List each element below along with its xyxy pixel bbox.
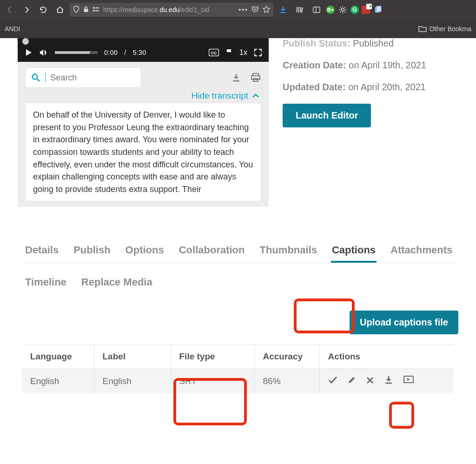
- svg-point-12: [33, 74, 38, 80]
- cell-language: English: [22, 369, 94, 394]
- svg-text:CC: CC: [211, 51, 217, 55]
- col-accuracy: Accuracy: [254, 345, 319, 369]
- extension-b-icon[interactable]: B+: [326, 6, 335, 14]
- action-delete-icon[interactable]: [366, 376, 374, 386]
- edit-tabs: Details Publish Options Collaboration Th…: [24, 241, 458, 295]
- forward-button[interactable]: [20, 3, 33, 17]
- col-label: Label: [94, 345, 171, 369]
- tab-timeline[interactable]: Timeline: [24, 270, 67, 295]
- action-download-icon[interactable]: [384, 375, 393, 387]
- launch-editor-button[interactable]: Launch Editor: [283, 104, 371, 127]
- video-card: 0:00 / 5:30 CC 1x: [18, 38, 269, 207]
- svg-line-13: [37, 79, 40, 81]
- volume-slider[interactable]: [55, 51, 98, 54]
- upload-captions-button[interactable]: Upload captions file: [350, 311, 458, 334]
- col-filetype: File type: [171, 345, 254, 369]
- svg-rect-0: [84, 9, 88, 12]
- col-actions: Actions: [319, 345, 453, 369]
- transcript-text: On behalf of the University of Denver, I…: [25, 103, 261, 201]
- extension-ublock-icon[interactable]: 4: [362, 6, 370, 14]
- publish-status-row: Publish Status: Published: [283, 38, 476, 49]
- transcript-search[interactable]: [25, 67, 141, 88]
- page-content: 0:00 / 5:30 CC 1x: [0, 38, 476, 393]
- pocket-icon[interactable]: [251, 6, 259, 14]
- address-bar[interactable]: https://mediaspace.du.edu/edit/1_cid •••: [70, 3, 273, 17]
- fullscreen-icon[interactable]: [254, 48, 262, 57]
- bookmark-star-icon[interactable]: [262, 6, 271, 14]
- back-button[interactable]: [3, 3, 17, 17]
- svg-rect-2: [95, 7, 99, 8]
- tab-thumbnails[interactable]: Thumbnails: [259, 241, 318, 263]
- annotation-box-captions: [294, 298, 355, 333]
- svg-point-1: [93, 7, 95, 9]
- video-player[interactable]: 0:00 / 5:30 CC 1x: [18, 38, 269, 62]
- action-edit-icon[interactable]: [348, 376, 356, 386]
- home-button[interactable]: [53, 3, 67, 17]
- extension-clipboard-icon[interactable]: [373, 5, 383, 15]
- updated-date-row: Updated Date: on April 20th, 2021: [283, 82, 476, 93]
- tab-options[interactable]: Options: [125, 241, 165, 263]
- video-controls: 0:00 / 5:30 CC 1x: [18, 43, 269, 62]
- tab-attachments[interactable]: Attachments: [390, 241, 453, 263]
- creation-date-row: Creation Date: on April 19th, 2021: [283, 60, 476, 71]
- cell-label: English: [94, 369, 171, 394]
- extension-gear-icon[interactable]: [337, 5, 348, 15]
- bookmark-item-andi[interactable]: ANDI: [5, 25, 20, 33]
- cc-icon[interactable]: CC: [209, 49, 219, 56]
- time-current: 0:00: [104, 49, 118, 56]
- tab-publish[interactable]: Publish: [73, 241, 111, 263]
- url-text: https://mediaspace.du.edu/edit/1_cid: [103, 6, 236, 13]
- library-icon[interactable]: [293, 3, 307, 17]
- action-preview-icon[interactable]: [403, 376, 414, 386]
- page-actions-menu-icon[interactable]: •••: [238, 6, 248, 13]
- svg-rect-4: [95, 10, 99, 11]
- entry-meta-panel: Publish Status: Published Creation Date:…: [283, 38, 476, 207]
- cell-actions: [319, 369, 453, 394]
- col-language: Language: [22, 345, 94, 369]
- annotation-box-download: [389, 402, 414, 429]
- search-icon: [31, 73, 40, 82]
- tab-replace-media[interactable]: Replace Media: [80, 270, 153, 295]
- tracking-shield-icon[interactable]: [73, 6, 80, 14]
- tab-captions[interactable]: Captions: [331, 241, 377, 263]
- folder-icon: [418, 25, 427, 33]
- svg-point-7: [341, 8, 344, 11]
- print-transcript-icon[interactable]: [250, 72, 261, 83]
- sidebar-toggle-icon[interactable]: [310, 3, 324, 17]
- lock-icon[interactable]: [83, 6, 89, 14]
- svg-rect-9: [377, 6, 381, 12]
- permissions-icon[interactable]: [92, 6, 100, 14]
- transcript-toolbar: [18, 62, 269, 88]
- tab-collaboration[interactable]: Collaboration: [178, 241, 246, 263]
- captions-header-row: Language Label File type Accuracy Action…: [22, 345, 453, 369]
- time-sep: /: [124, 49, 126, 56]
- flag-icon[interactable]: [225, 48, 233, 57]
- reload-button[interactable]: [36, 3, 50, 17]
- time-total: 5:30: [133, 49, 146, 56]
- bookmark-folder-other[interactable]: Other Bookma: [418, 25, 471, 33]
- chevron-up-icon: [252, 93, 259, 99]
- bookmarks-bar: ANDI Other Bookma: [0, 20, 476, 38]
- play-icon[interactable]: [24, 48, 33, 57]
- action-set-default-icon[interactable]: [328, 376, 337, 386]
- download-transcript-icon[interactable]: [231, 72, 242, 83]
- cell-accuracy: 86%: [254, 369, 319, 394]
- svg-rect-5: [313, 7, 320, 13]
- annotation-box-filetype: [173, 378, 247, 425]
- svg-point-3: [93, 10, 95, 12]
- volume-icon[interactable]: [39, 48, 48, 57]
- speed-indicator[interactable]: 1x: [239, 48, 247, 57]
- hide-transcript-toggle[interactable]: Hide transcript: [18, 88, 269, 103]
- extension-grammarly-icon[interactable]: G: [350, 6, 359, 14]
- text-cursor: [45, 73, 46, 83]
- browser-toolbar: https://mediaspace.du.edu/edit/1_cid •••…: [0, 0, 476, 20]
- tab-details[interactable]: Details: [24, 241, 60, 263]
- transcript-search-input[interactable]: [50, 73, 135, 83]
- downloads-icon[interactable]: [276, 3, 290, 17]
